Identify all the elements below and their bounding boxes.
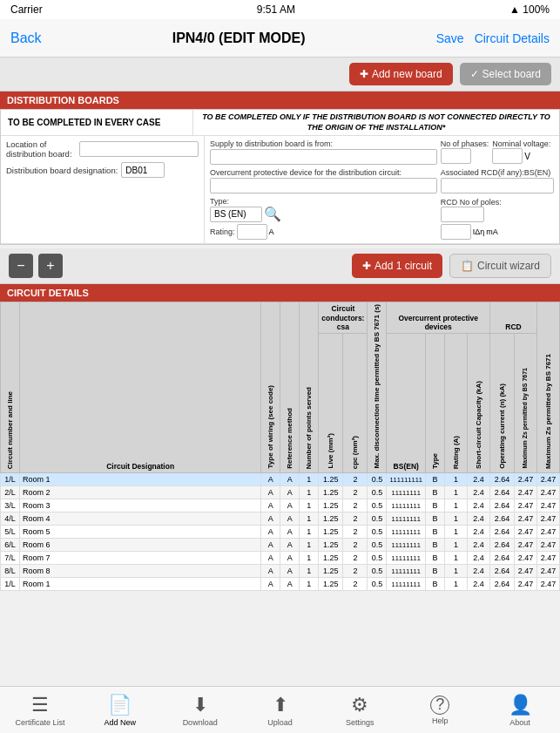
cell-live: 1.25	[319, 565, 343, 578]
associated-rcd-field: Associated RCD(if any):BS(EN)	[441, 168, 554, 193]
th-live: Live (mm²)	[319, 333, 343, 472]
select-board-button[interactable]: ✓ Select board	[460, 63, 551, 85]
cell-bsen: 11111111	[387, 499, 426, 512]
th-num-points: Number of points served	[300, 302, 319, 473]
table-row[interactable]: 1/L Room 1 A A 1 1.25 2 0.5 11111111 B 1…	[1, 578, 560, 591]
supply-row: Supply to distribution board is from: No…	[210, 139, 554, 165]
th-rcd-max-zs: Maximum Zs permitted by BS 7671	[515, 333, 537, 472]
cell-bsen: 11111111	[387, 578, 426, 591]
nav-bar: Back IPN4/0 (EDIT MODE) Save Circuit Det…	[0, 19, 560, 58]
table-row[interactable]: 5/L Room 5 A A 1 1.25 2 0.5 11111111 B 1…	[1, 526, 560, 539]
carrier-label: Carrier	[10, 3, 43, 16]
cell-bsen: 11111111	[387, 526, 426, 539]
location-input[interactable]	[79, 141, 199, 157]
phases-nominal-group: No of phases: Nominal voltage: V	[441, 139, 554, 164]
table-row[interactable]: 2/L Room 2 A A 1 1.25 2 0.5 11111111 B 1…	[1, 486, 560, 499]
cell-designation: Room 5	[20, 526, 261, 539]
table-row[interactable]: 4/L Room 4 A A 1 1.25 2 0.5 11111111 B 1…	[1, 512, 560, 526]
tab-upload[interactable]: ⬆ Upload	[240, 694, 320, 727]
circuit-details-button[interactable]: Circuit Details	[475, 31, 550, 45]
tab-settings[interactable]: ⚙ Settings	[320, 694, 400, 727]
cell-live: 1.25	[319, 539, 343, 552]
table-row[interactable]: 1/L Room 1 A A 1 1.25 2 0.5 111111111 B …	[1, 473, 560, 486]
cell-short-circuit: 2.4	[468, 565, 490, 578]
table-row[interactable]: 8/L Room 8 A A 1 1.25 2 0.5 11111111 B 1…	[1, 565, 560, 578]
search-icon[interactable]: 🔍	[264, 206, 281, 222]
overcurrent-input[interactable]	[210, 178, 437, 193]
cell-short-circuit: 2.4	[468, 512, 490, 526]
tab-help[interactable]: ? Help	[400, 696, 480, 725]
iah-input[interactable]	[441, 224, 471, 240]
th-cpc: cpc (mm²)	[343, 333, 368, 472]
cell-rating: 1	[445, 473, 468, 486]
voltage-unit: V	[524, 152, 530, 161]
back-button[interactable]: Back	[10, 31, 42, 46]
table-row[interactable]: 7/L Room 7 A A 1 1.25 2 0.5 11111111 B 1…	[1, 552, 560, 565]
cell-type: B	[426, 526, 445, 539]
tab-certificate-list[interactable]: ☰ Certificate List	[0, 694, 80, 727]
table-row[interactable]: 6/L Room 6 A A 1 1.25 2 0.5 11111111 B 1…	[1, 539, 560, 552]
cell-ref-method: A	[280, 526, 300, 539]
cell-cpc: 2	[343, 552, 368, 565]
tab-add-new[interactable]: 📄 Add New	[80, 694, 160, 727]
th-circuit-designation: Circuit Designation	[20, 302, 261, 473]
table-row[interactable]: 3/L Room 3 A A 1 1.25 2 0.5 11111111 B 1…	[1, 499, 560, 512]
iah-unit: mA	[486, 227, 498, 236]
phases-input[interactable]	[441, 148, 471, 164]
cell-ref-method: A	[280, 565, 300, 578]
tab-about[interactable]: 👤 About	[480, 694, 560, 727]
designation-field-row: Distribution board designation:	[6, 162, 199, 178]
rcd-poles-input[interactable]	[441, 207, 484, 222]
rcd-iah-group: RCD No of poles: IΔη mA	[441, 198, 554, 240]
wizard-doc-icon: 📋	[461, 260, 474, 272]
action-bar: ✚ Add new board ✓ Select board	[0, 58, 560, 92]
distribution-boards-title: DISTRIBUTION BOARDS	[0, 92, 560, 109]
nominal-voltage-input[interactable]	[492, 148, 523, 164]
cell-cpc: 2	[343, 565, 368, 578]
add-circuit-button[interactable]: ✚ Add 1 circuit	[352, 254, 442, 278]
cell-rcd-zs: 2.47	[537, 512, 560, 526]
cell-num-points: 1	[300, 552, 319, 565]
phases-field: No of phases:	[441, 139, 489, 164]
cell-rating: 1	[445, 512, 468, 526]
cell-ref-method: A	[280, 578, 300, 591]
cell-designation: Room 2	[20, 486, 261, 499]
cell-op-current: 2.64	[490, 565, 515, 578]
circuit-table: Circuit number and line Circuit Designat…	[0, 302, 560, 591]
type-rcd-iah-row: Type: 🔍 Rating: A RCD No o	[210, 197, 554, 240]
circuit-action-buttons: ✚ Add 1 circuit 📋 Circuit wizard	[352, 254, 551, 278]
save-button[interactable]: Save	[436, 31, 464, 45]
circuit-wizard-button[interactable]: 📋 Circuit wizard	[449, 254, 551, 278]
cell-live: 1.25	[319, 512, 343, 526]
cell-rating: 1	[445, 526, 468, 539]
add-new-board-button[interactable]: ✚ Add new board	[349, 63, 453, 85]
circuit-controls: − + ✚ Add 1 circuit 📋 Circuit wizard	[0, 248, 560, 284]
rating-field: Rating: A	[210, 224, 437, 240]
about-label: About	[509, 718, 530, 727]
plus-button[interactable]: +	[38, 254, 63, 278]
associated-rcd-label: Associated RCD(if any):BS(EN)	[441, 168, 554, 177]
add-circuit-label: Add 1 circuit	[374, 260, 432, 272]
th-reference-method: Reference method	[280, 302, 300, 473]
cell-type: B	[426, 552, 445, 565]
th-bsen: BS(EN)	[387, 333, 426, 472]
cell-designation: Room 3	[20, 499, 261, 512]
cell-type-wiring: A	[261, 578, 280, 591]
type-input[interactable]	[210, 207, 262, 222]
cell-max-zs: 2.47	[515, 486, 537, 499]
rating-input[interactable]	[237, 224, 267, 240]
cell-rating: 1	[445, 578, 468, 591]
designation-input[interactable]	[121, 162, 165, 178]
cell-num-points: 1	[300, 539, 319, 552]
circuit-details-title: CIRCUIT DETAILS	[0, 284, 560, 302]
cell-num-points: 1	[300, 565, 319, 578]
minus-button[interactable]: −	[9, 254, 33, 278]
tab-download[interactable]: ⬇ Download	[160, 694, 240, 727]
cell-ref-method: A	[280, 499, 300, 512]
distribution-boards-panel: TO BE COMPLETED IN EVERY CASE TO BE COMP…	[0, 109, 560, 245]
nominal-voltage-field: Nominal voltage: V	[492, 139, 550, 164]
add-new-board-label: Add new board	[372, 68, 442, 80]
cell-cpc: 2	[343, 499, 368, 512]
associated-rcd-input[interactable]	[441, 178, 554, 193]
supply-input[interactable]	[210, 149, 437, 165]
